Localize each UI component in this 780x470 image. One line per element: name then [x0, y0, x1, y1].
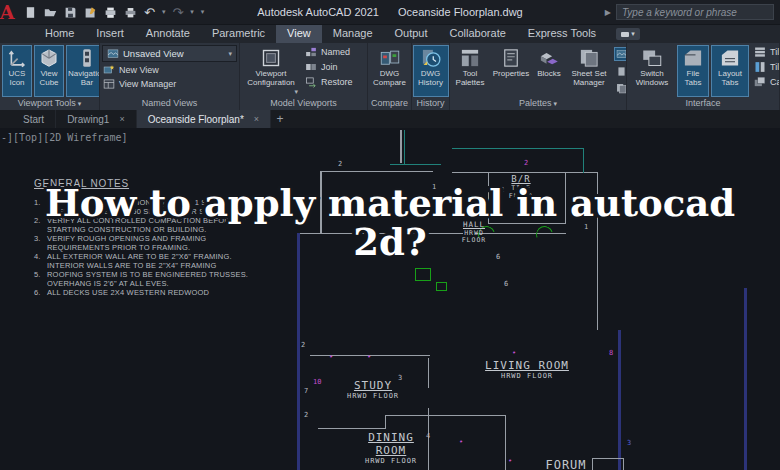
plan-marker: 3: [398, 374, 402, 382]
wall-segment: [385, 415, 386, 429]
plan-marker: 3: [627, 439, 631, 447]
chevron-down-icon: ▾: [228, 50, 232, 58]
view-dropdown[interactable]: Unsaved View▾: [102, 45, 237, 62]
wall-segment: [297, 233, 300, 470]
palette-extra-icon-1[interactable]: [614, 47, 627, 61]
navigation-bar-label: Navigation Bar: [68, 69, 100, 87]
ribbon-tab-output[interactable]: Output: [384, 25, 439, 43]
panel-label-interface[interactable]: Interface: [627, 97, 779, 110]
tool-palettes-button[interactable]: Tool Palettes: [452, 45, 488, 97]
panel-label-viewport-tools[interactable]: Viewport Tools ▾: [0, 97, 99, 110]
qat-save-as-button[interactable]: [84, 6, 97, 19]
sheet-set-manager-icon: [616, 83, 627, 94]
room-label-living-room: LIVING ROOMHRWD FLOOR: [485, 359, 569, 381]
qat-print-button[interactable]: [124, 6, 137, 19]
ucs-icon-button[interactable]: UCS Icon: [2, 45, 32, 97]
dwg-history-button[interactable]: DWG History: [413, 45, 449, 97]
ribbon-tab-express-tools[interactable]: Express Tools: [517, 25, 607, 43]
close-icon[interactable]: ×: [254, 114, 259, 124]
join-button[interactable]: Join: [302, 60, 356, 74]
qat-plot-button[interactable]: [104, 6, 117, 19]
plan-marker: 2: [338, 160, 342, 168]
room-label-line: DINING: [365, 431, 417, 444]
search-input[interactable]: Type a keyword or phrase: [616, 4, 774, 20]
plan-marker: •: [459, 438, 463, 446]
switch-windows-button[interactable]: Switch Windows: [629, 45, 675, 97]
qat-redo-button[interactable]: ↷: [172, 6, 183, 19]
panel-label-model-viewports[interactable]: Model Viewports: [240, 97, 367, 110]
help-search: ▶ Type a keyword or phrase: [605, 4, 774, 20]
viewport-controls-label[interactable]: [-][Top][2D Wireframe]: [0, 132, 127, 143]
view-cube-button[interactable]: View Cube: [34, 45, 64, 97]
dwg-compare-button[interactable]: DWG Compare: [372, 45, 408, 97]
ribbon-tab-annotate[interactable]: Annotate: [135, 25, 201, 43]
properties-icon: [501, 48, 521, 68]
named-button[interactable]: Named: [302, 45, 356, 59]
navigation-bar-button[interactable]: Navigation Bar: [66, 45, 100, 97]
ribbon-tab-collaborate[interactable]: Collaborate: [439, 25, 517, 43]
blocks-button[interactable]: Blocks: [534, 45, 564, 97]
palette-extra-icon-3[interactable]: [614, 64, 627, 78]
panel-history: DWG History History: [412, 43, 450, 110]
panel-label-named-views[interactable]: Named Views: [100, 97, 239, 110]
file-tab-start[interactable]: Start: [12, 110, 56, 128]
room-label-line: ROOM: [365, 444, 417, 457]
plan-marker: 8: [609, 349, 613, 357]
search-collapse-icon[interactable]: ▶: [605, 8, 611, 17]
wall-segment: [744, 288, 747, 470]
drawing-canvas[interactable]: [-][Top][2D Wireframe] GENERAL NOTES 1.F…: [0, 128, 780, 470]
restore-button[interactable]: Restore: [302, 75, 356, 89]
panel-label-compare[interactable]: Compare: [368, 97, 411, 110]
ucs-icon: [7, 48, 27, 68]
ribbon-tab-insert[interactable]: Insert: [85, 25, 135, 43]
file-tab-oceanside-floorplan[interactable]: Oceanside Floorplan*×: [137, 110, 271, 128]
ribbon-tab-parametric[interactable]: Parametric: [201, 25, 276, 43]
restore-label: Restore: [321, 77, 353, 87]
ribbon-tab-home[interactable]: Home: [34, 25, 85, 43]
layout-tabs-icon: [720, 48, 740, 68]
file-tab-drawing1[interactable]: Drawing1×: [56, 110, 137, 128]
qat-open-folder-button[interactable]: [44, 6, 57, 19]
palette-extra-icon-5[interactable]: [614, 81, 627, 95]
ribbon-tab-manage[interactable]: Manage: [322, 25, 384, 43]
new-view-button[interactable]: New View: [100, 63, 239, 77]
qat-new-file-button[interactable]: [24, 6, 37, 19]
ribbon-tab-view[interactable]: View: [276, 25, 322, 43]
cascade-button[interactable]: Cascade: [751, 75, 780, 89]
layout-tabs-button[interactable]: Layout Tabs: [711, 45, 749, 97]
qat-save-button[interactable]: [64, 6, 77, 19]
qat-undo-dropdown-icon[interactable]: ▾: [162, 8, 166, 16]
overlay-title: How to apply material in autocad 2d?: [0, 184, 780, 262]
ribbon-tab-bar: HomeInsertAnnotateParametricViewManageOu…: [0, 25, 780, 43]
sheet-set-manager-button[interactable]: Sheet Set Manager: [566, 45, 612, 97]
view-dropdown-value: Unsaved View: [123, 48, 184, 59]
qat-customize-icon[interactable]: ▾: [201, 8, 205, 16]
panel-label-palettes[interactable]: Palettes ▾: [450, 97, 626, 110]
panel-label-history[interactable]: History: [412, 97, 449, 110]
qat-undo-button[interactable]: ↶: [144, 6, 155, 19]
file-tabs-icon: [683, 48, 703, 68]
tile-vertically-button[interactable]: Tile Vertically: [751, 60, 780, 74]
properties-button[interactable]: Properties: [490, 45, 532, 97]
ribbon: UCS IconView CubeNavigation Bar Viewport…: [0, 43, 780, 110]
ribbon-options-button[interactable]: ▾: [616, 28, 640, 40]
new-drawing-tab-button[interactable]: +: [271, 110, 289, 128]
close-icon[interactable]: ×: [119, 114, 124, 124]
room-label-dining: DININGROOMHRWD FLOOR: [365, 431, 417, 466]
note-item-6: 6.ALL DECKS USE 2X4 WESTERN REDWOOD: [34, 288, 248, 297]
plan-marker: •: [329, 353, 333, 361]
view-manager-button[interactable]: View Manager: [100, 77, 239, 91]
wall-segment: [404, 130, 405, 164]
autocad-window: A ↶▾↷▾▾ Autodesk AutoCAD 2021 Oceanside …: [0, 0, 780, 470]
autocad-logo[interactable]: A: [0, 0, 17, 25]
tile-horizontally-button[interactable]: Tile Horizontally: [751, 45, 780, 59]
file-tab-label: Oceanside Floorplan*: [148, 114, 244, 125]
viewport-configuration-button[interactable]: Viewport Configuration▾: [242, 45, 300, 97]
plan-marker: 4: [426, 432, 430, 440]
qat-redo-dropdown-icon[interactable]: ▾: [190, 8, 194, 16]
plan-marker: 7: [304, 387, 308, 395]
dwg-history-label: DWG History: [415, 69, 447, 87]
cascade-icon: [754, 76, 766, 88]
blocks-icon: [539, 48, 559, 68]
file-tabs-button[interactable]: File Tabs: [677, 45, 709, 97]
